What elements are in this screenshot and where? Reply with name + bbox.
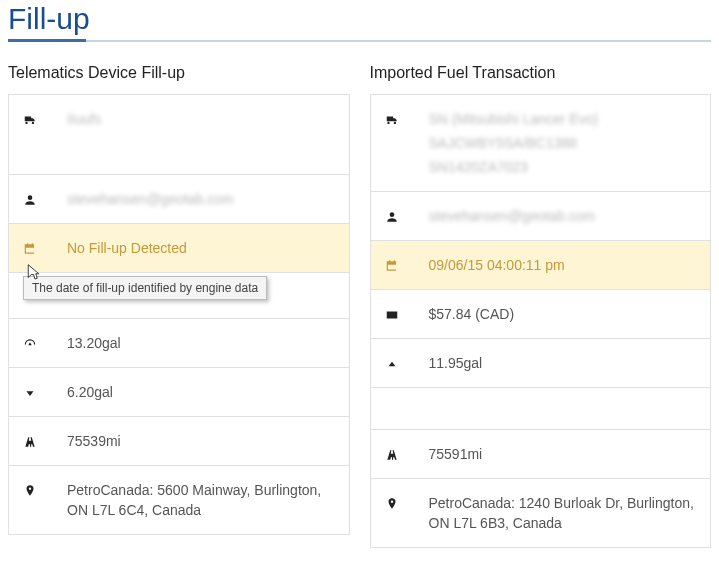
telematics-heading: Telematics Device Fill-up [8,64,350,82]
fuel-qty-row: 11.95gal [371,339,711,388]
road-icon [23,431,67,451]
money-icon [385,304,429,324]
odometer-value: 75591mi [429,444,697,464]
fillup-date-tooltip: The date of fill-up identified by engine… [23,276,267,300]
comparison-columns: Telematics Device Fill-up IIuufs steveha… [8,64,711,548]
location-value: PetroCanada: 1240 Burloak Dr, Burlington… [429,493,697,533]
truck-icon [23,109,67,129]
vehicle-row: SN (Mitsubishi Lancer Evo) SAJCWBY5SA/BC… [371,95,711,192]
location-row: PetroCanada: 1240 Burloak Dr, Burlington… [371,479,711,547]
fuel-delta-value: 6.20gal [67,382,335,402]
telematics-column: Telematics Device Fill-up IIuufs steveha… [8,64,350,548]
imported-card: SN (Mitsubishi Lancer Evo) SAJCWBY5SA/BC… [370,94,712,548]
fuel-delta-row-empty [371,388,711,430]
fuel-qty-value: 13.20gal [67,333,335,353]
person-icon [23,189,67,209]
odometer-value: 75539mi [67,431,335,451]
imported-heading: Imported Fuel Transaction [370,64,712,82]
fillup-date-row[interactable]: No Fill-up Detected The date of fill-up … [9,224,349,273]
cost-value: $57.84 (CAD) [429,304,697,324]
pin-icon [385,493,429,513]
fillup-date-row[interactable]: 09/06/15 04:00:11 pm [371,241,711,290]
calendar-icon [385,255,429,275]
driver-row: stevehansen@geotab.com [371,192,711,241]
fillup-date-value: No Fill-up Detected [67,238,335,258]
driver-value: stevehansen@geotab.com [429,206,697,226]
title-rule [8,40,711,42]
location-value: PetroCanada: 5600 Mainway, Burlington, O… [67,480,335,520]
vehicle-value: IIuufs [67,109,335,129]
pin-icon [23,480,67,500]
person-icon [385,206,429,226]
caret-down-icon [23,382,67,402]
fillup-date-value: 09/06/15 04:00:11 pm [429,255,697,275]
fuel-qty-value: 11.95gal [429,353,697,373]
vehicle-value: SN (Mitsubishi Lancer Evo) SAJCWBY5SA/BC… [429,109,697,177]
odometer-row: 75539mi [9,417,349,466]
imported-column: Imported Fuel Transaction SN (Mitsubishi… [370,64,712,548]
page-title: Fill-up [8,2,711,36]
driver-row: stevehansen@geotab.com [9,175,349,224]
driver-value: stevehansen@geotab.com [67,189,335,209]
odometer-row: 75591mi [371,430,711,479]
fuel-delta-row: 6.20gal [9,368,349,417]
truck-icon [385,109,429,129]
gauge-icon [23,333,67,353]
caret-up-icon [385,353,429,373]
telematics-card: IIuufs stevehansen@geotab.com No Fill-up… [8,94,350,535]
calendar-icon [23,238,67,258]
vehicle-row: IIuufs [9,95,349,175]
road-icon [385,444,429,464]
location-row: PetroCanada: 5600 Mainway, Burlington, O… [9,466,349,534]
cost-row: $57.84 (CAD) [371,290,711,339]
fuel-qty-row: 13.20gal [9,319,349,368]
